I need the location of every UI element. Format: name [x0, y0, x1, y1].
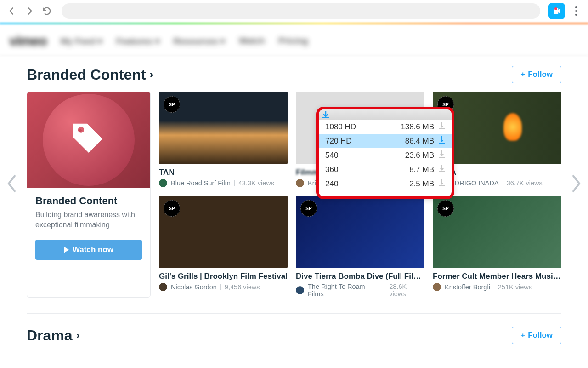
video-title: TAN [159, 168, 288, 177]
back-button[interactable] [6, 5, 18, 17]
site-nav-blurred: vimeo My Feed ▾ Features ▾ Resources ▾ W… [0, 25, 588, 55]
staff-pick-badge-icon: SP [164, 96, 180, 113]
view-count: 43.3K views [238, 179, 274, 187]
video-downloader-extension-icon[interactable] [548, 3, 565, 19]
follow-button[interactable]: + Follow [512, 327, 561, 344]
featured-title: Branded Content [35, 195, 142, 207]
play-icon [64, 247, 69, 253]
download-quality-popup: 1080 HD 138.6 MB 720 HD 86.4 MB 540 23.6… [316, 107, 454, 199]
nav-item: My Feed ▾ [61, 36, 102, 46]
nav-item: Features ▾ [116, 36, 159, 46]
fire-graphic [503, 113, 522, 141]
video-title: Dive Tierra Bomba Dive (Full Film… [296, 272, 424, 281]
meta-separator [494, 284, 494, 290]
download-icon [439, 179, 445, 189]
channel-avatar [159, 283, 167, 291]
follow-button[interactable]: + Follow [512, 66, 561, 83]
section-title-link[interactable]: Drama › [27, 327, 80, 344]
video-title: Former Cult Member Hears Musi… [433, 272, 561, 281]
section-title-text: Branded Content [27, 66, 146, 83]
download-icon [439, 150, 445, 160]
nav-item: Pricing [278, 36, 308, 46]
download-option[interactable]: 540 23.6 MB [319, 148, 452, 162]
svg-rect-1 [439, 128, 445, 129]
channel-name[interactable]: The Right To Roam Films [308, 283, 381, 298]
view-count: 28.6K views [389, 283, 424, 298]
view-count: 9,456 views [225, 283, 260, 291]
meta-separator [503, 180, 503, 186]
browser-more-menu-icon[interactable] [570, 6, 582, 16]
quality-label: 1080 HD [325, 122, 376, 132]
address-bar[interactable] [62, 3, 540, 19]
channel-name[interactable]: Nicolas Gordon [171, 283, 217, 291]
file-size: 86.4 MB [376, 137, 439, 146]
watch-now-label: Watch now [73, 245, 113, 254]
video-thumbnail: SP [296, 196, 424, 268]
channel-name[interactable]: Blue Road Surf Film [171, 179, 231, 187]
channel-avatar [296, 179, 304, 187]
download-options-list: 1080 HD 138.6 MB 720 HD 86.4 MB 540 23.6… [319, 120, 452, 191]
channel-avatar [433, 283, 441, 291]
quality-label: 360 [325, 165, 376, 174]
svg-rect-0 [322, 117, 329, 118]
follow-label: Follow [528, 70, 553, 79]
download-option[interactable]: 360 8.7 MB [319, 162, 452, 177]
file-size: 2.5 MB [376, 179, 439, 189]
video-thumbnail: SP [159, 196, 288, 268]
video-title: Gil's Grills | Brooklyn Film Festival [159, 272, 288, 281]
download-icon [439, 165, 445, 174]
file-size: 23.6 MB [376, 151, 439, 160]
staff-pick-badge-icon: SP [164, 200, 180, 217]
featured-description: Building brand awareness with exceptiona… [35, 210, 142, 230]
download-icon [439, 122, 445, 132]
meta-separator [220, 284, 221, 290]
tag-icon [70, 121, 107, 159]
featured-image [27, 92, 150, 188]
featured-category-card[interactable]: Branded Content Building brand awareness… [27, 92, 151, 298]
site-logo: vimeo [9, 33, 47, 49]
file-size: 138.6 MB [376, 122, 439, 132]
channel-avatar [296, 286, 304, 294]
video-card[interactable]: SP Gil's Grills | Brooklyn Film Festival… [159, 196, 288, 298]
nav-item: Watch [239, 36, 265, 46]
staff-pick-badge-icon: SP [300, 200, 317, 217]
svg-rect-4 [439, 171, 445, 172]
video-card[interactable]: SP Former Cult Member Hears Musi… Kristo… [433, 196, 561, 298]
video-thumbnail: SP [159, 92, 288, 164]
watch-now-button[interactable]: Watch now [35, 240, 142, 260]
plus-icon: + [520, 70, 525, 79]
download-option[interactable]: 1080 HD 138.6 MB [319, 120, 452, 134]
video-card[interactable]: SP TAN Blue Road Surf Film 43.3K views [159, 92, 288, 187]
popup-header [319, 109, 452, 120]
chevron-right-icon: › [150, 68, 153, 81]
download-option[interactable]: 240 2.5 MB [319, 177, 452, 191]
video-card[interactable]: SP Dive Tierra Bomba Dive (Full Film… Th… [296, 196, 424, 298]
download-option[interactable]: 720 HD 86.4 MB [319, 134, 452, 148]
section-header: Drama › + Follow [27, 313, 561, 344]
quality-label: 540 [325, 151, 376, 160]
video-carousel: Branded Content Building brand awareness… [27, 92, 561, 298]
view-count: 251K views [498, 283, 532, 291]
video-thumbnail: SP [433, 196, 561, 268]
channel-name[interactable]: Kristoffer Borgli [445, 283, 490, 291]
forward-button[interactable] [23, 5, 36, 17]
staff-pick-badge-icon: SP [437, 200, 454, 217]
view-count: 36.7K views [507, 179, 543, 187]
section-title-link[interactable]: Branded Content › [27, 66, 153, 83]
download-icon [439, 136, 445, 146]
download-arrow-icon [322, 111, 329, 120]
notification-dot-icon [554, 7, 557, 10]
svg-rect-5 [439, 185, 445, 186]
nav-item: Resources ▾ [174, 36, 225, 46]
plus-icon: + [520, 331, 525, 340]
reload-button[interactable] [40, 5, 53, 17]
browser-toolbar [0, 0, 588, 22]
svg-rect-3 [439, 157, 445, 158]
file-size: 8.7 MB [376, 165, 439, 174]
section-header: Branded Content › + Follow [27, 66, 561, 83]
carousel-prev-button[interactable] [6, 174, 18, 195]
quality-label: 720 HD [325, 137, 376, 146]
meta-separator [385, 287, 385, 293]
chevron-right-icon: › [76, 329, 80, 342]
carousel-next-button[interactable] [570, 174, 582, 195]
